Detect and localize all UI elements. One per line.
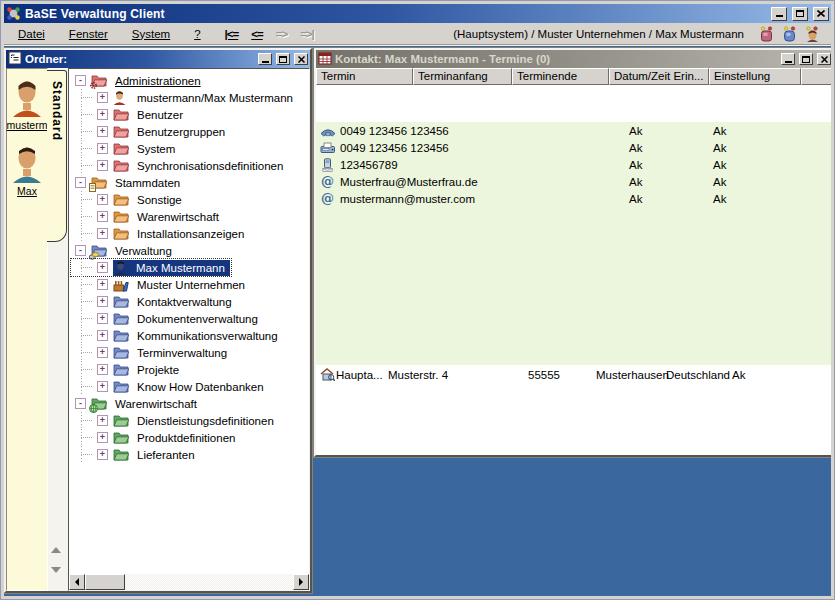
tree-item-warenwirtschaft[interactable]: -Warenwirtschaft — [71, 395, 309, 412]
kontakt-maximize-button[interactable] — [799, 53, 813, 65]
column-datum-zeit-erinnerung[interactable]: Datum/Zeit Erin... — [609, 68, 709, 85]
collapse-icon[interactable]: - — [75, 245, 86, 256]
column-einstellung[interactable]: Einstellung — [709, 68, 801, 85]
tree-item-muster-unternehmen[interactable]: +Muster Unternehmen — [71, 276, 309, 293]
ordner-maximize-button[interactable] — [276, 53, 290, 65]
tree-item-label[interactable]: Sonstige — [134, 193, 185, 207]
tree-item-stammdaten[interactable]: -Stammdaten — [71, 174, 309, 191]
expand-icon[interactable]: + — [97, 296, 108, 307]
tree-item-label[interactable]: mustermann/Max Mustermann — [134, 91, 296, 105]
expand-icon[interactable]: + — [97, 313, 108, 324]
communication-row[interactable]: 0049 123456 123456AkAk — [316, 139, 831, 156]
tree-item-kommunikationsverwaltung[interactable]: +Kommunikationsverwaltung — [71, 327, 309, 344]
menu-fenster[interactable]: Fenster — [69, 28, 108, 40]
tree-item-label[interactable]: Benutzergruppen — [134, 125, 228, 139]
expand-icon[interactable]: + — [97, 160, 108, 171]
expand-icon[interactable]: + — [97, 449, 108, 460]
column-terminende[interactable]: Terminende — [512, 68, 609, 85]
tree-item-installationsanzeigen[interactable]: +Installationsanzeigen — [71, 225, 309, 242]
scroll-right-icon[interactable] — [293, 574, 309, 590]
tree-item-administrationen[interactable]: -Administrationen — [71, 72, 309, 89]
tree-item-lieferanten[interactable]: +Lieferanten — [71, 446, 309, 463]
company-cube-red-icon[interactable] — [758, 26, 775, 42]
expand-icon[interactable]: + — [97, 143, 108, 154]
scrollbar-thumb[interactable] — [85, 574, 125, 590]
expand-icon[interactable]: + — [97, 211, 108, 222]
collapse-icon[interactable]: - — [75, 177, 86, 188]
address-row[interactable]: Haupta... Musterstr. 4 55555 Musterhause… — [316, 365, 831, 384]
ordner-close-button[interactable] — [294, 53, 308, 65]
tree-item-label[interactable]: Max Mustermann — [133, 261, 228, 275]
tree-item-warenwirtschaft[interactable]: +Warenwirtschaft — [71, 208, 309, 225]
expand-icon[interactable]: + — [97, 228, 108, 239]
tree-item-projekte[interactable]: +Projekte — [71, 361, 309, 378]
expand-icon[interactable]: + — [97, 92, 108, 103]
tree-item-label[interactable]: Installationsanzeigen — [134, 227, 247, 241]
tree-item-label[interactable]: Administrationen — [112, 74, 204, 88]
expand-icon[interactable]: + — [97, 279, 108, 290]
tree-item-max-mustermann[interactable]: +Max Mustermann — [71, 259, 231, 276]
kontakt-title-bar[interactable]: Kontakt: Max Mustermann - Termine (0) — [316, 50, 831, 68]
column-termin[interactable]: Termin — [316, 68, 413, 85]
expand-icon[interactable]: + — [97, 415, 108, 426]
tree-horizontal-scrollbar[interactable] — [69, 574, 309, 590]
kontakt-close-button[interactable] — [817, 53, 831, 65]
expand-icon[interactable]: + — [97, 364, 108, 375]
tree-item-label[interactable]: Projekte — [134, 363, 182, 377]
avatar-mustermann[interactable] — [10, 77, 44, 117]
collapse-icon[interactable]: - — [75, 398, 86, 409]
tree-item-label[interactable]: Stammdaten — [112, 176, 183, 190]
tree-item-label[interactable]: Warenwirtschaft — [112, 397, 200, 411]
tree-item-mustermann-max-mustermann[interactable]: +mustermann/Max Mustermann — [71, 89, 309, 106]
menu-datei[interactable]: Datei — [18, 28, 45, 40]
tree-item-system[interactable]: +System — [71, 140, 309, 157]
tree-item-label[interactable]: Lieferanten — [134, 448, 198, 462]
system-cube-blue-icon[interactable] — [781, 26, 798, 42]
expand-icon[interactable]: + — [97, 262, 108, 273]
tree-item-label[interactable]: Verwaltung — [112, 244, 175, 258]
minimize-button[interactable] — [771, 7, 787, 21]
tree-item-label[interactable]: Kontaktverwaltung — [134, 295, 235, 309]
communication-row[interactable]: 123456789AkAk — [316, 156, 831, 173]
tree-item-sonstige[interactable]: +Sonstige — [71, 191, 309, 208]
tree-item-label[interactable]: Benutzer — [134, 108, 186, 122]
communication-row[interactable]: @mustermann@muster.comAkAk — [316, 190, 831, 207]
scroll-down-icon[interactable] — [51, 567, 61, 573]
ordner-title-bar[interactable]: Ordner: — [6, 50, 310, 68]
ordner-minimize-button[interactable] — [258, 53, 272, 65]
tree-item-label[interactable]: Warenwirtschaft — [134, 210, 222, 224]
communication-row[interactable]: @Musterfrau@Musterfrau.deAkAk — [316, 173, 831, 190]
tree-item-dienstleistungsdefinitionen[interactable]: +Dienstleistungsdefinitionen — [71, 412, 309, 429]
expand-icon[interactable]: + — [97, 126, 108, 137]
maximize-button[interactable] — [792, 7, 808, 21]
tree-item-label[interactable]: Produktdefinitionen — [134, 431, 238, 445]
tree-item-label[interactable]: System — [134, 142, 178, 156]
expand-icon[interactable]: + — [97, 381, 108, 392]
collapse-icon[interactable]: - — [75, 75, 86, 86]
scroll-up-icon[interactable] — [51, 547, 61, 553]
avatar-link-musterm[interactable]: musterm — [7, 119, 48, 131]
nav-button-1[interactable]: <= — [251, 28, 262, 40]
expand-icon[interactable]: + — [97, 109, 108, 120]
expand-icon[interactable]: + — [97, 330, 108, 341]
expand-icon[interactable]: + — [97, 432, 108, 443]
tree-item-synchronisationsdefinitionen[interactable]: +Synchronisationsdefinitionen — [71, 157, 309, 174]
avatar-max[interactable] — [10, 143, 44, 183]
tab-standard[interactable]: Standard — [47, 70, 67, 242]
communication-row[interactable]: 0049 123456 123456AkAk — [316, 122, 831, 139]
kontakt-minimize-button[interactable] — [781, 53, 795, 65]
avatar-link-max[interactable]: Max — [17, 185, 37, 197]
tree-item-produktdefinitionen[interactable]: +Produktdefinitionen — [71, 429, 309, 446]
tree-item-label[interactable]: Kommunikationsverwaltung — [134, 329, 281, 343]
menu-system[interactable]: System — [132, 28, 170, 40]
expand-icon[interactable]: + — [97, 194, 108, 205]
tree-item-benutzer[interactable]: +Benutzer — [71, 106, 309, 123]
scroll-left-icon[interactable] — [69, 574, 85, 590]
tree-item-label[interactable]: Know How Datenbanken — [134, 380, 267, 394]
menu-help[interactable]: ? — [194, 28, 200, 40]
nav-button-0[interactable]: |<= — [225, 28, 239, 40]
tree-item-verwaltung[interactable]: -Verwaltung — [71, 242, 309, 259]
tree-item-kontaktverwaltung[interactable]: +Kontaktverwaltung — [71, 293, 309, 310]
tree-item-label[interactable]: Dienstleistungsdefinitionen — [134, 414, 277, 428]
tree-item-dokumentenverwaltung[interactable]: +Dokumentenverwaltung — [71, 310, 309, 327]
